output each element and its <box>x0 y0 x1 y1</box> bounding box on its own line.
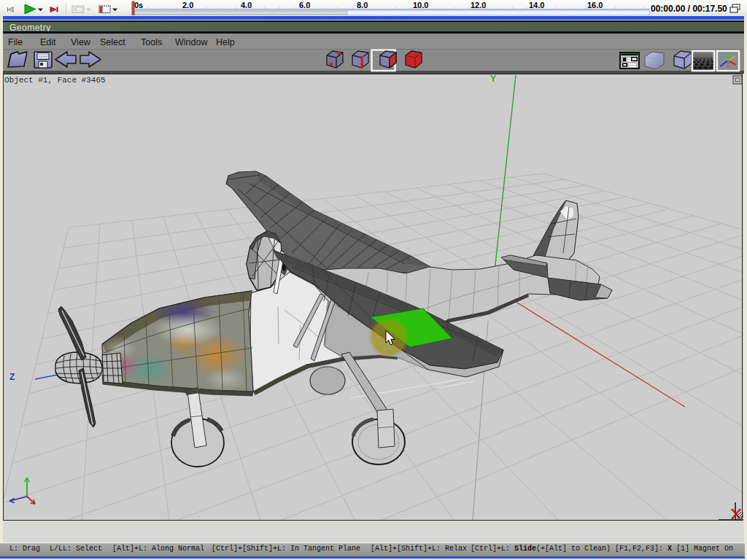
svg-text:Y: Y <box>490 74 496 84</box>
svg-text:Z: Z <box>9 372 15 382</box>
